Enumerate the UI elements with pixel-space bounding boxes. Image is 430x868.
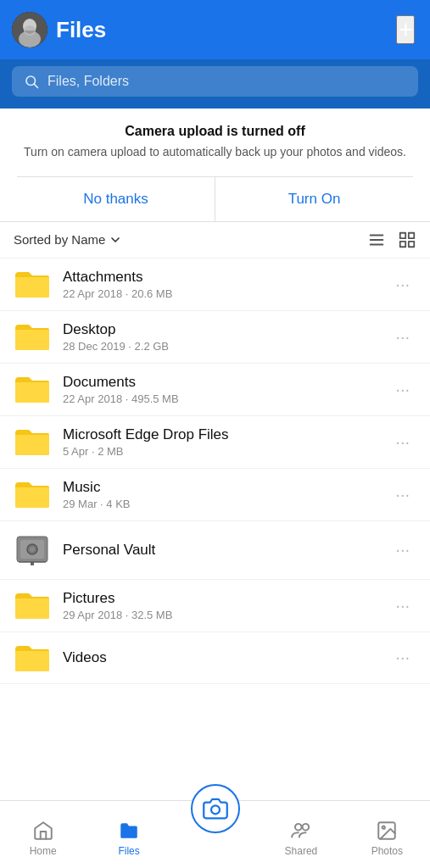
folder-icon bbox=[14, 269, 51, 299]
banner-description: Turn on camera upload to automatically b… bbox=[17, 144, 413, 161]
file-name: Microsoft Edge Drop Files bbox=[63, 426, 377, 443]
add-button[interactable]: + bbox=[396, 15, 415, 44]
more-options-button[interactable]: ··· bbox=[388, 481, 416, 508]
file-meta: 5 Apr · 2 MB bbox=[63, 445, 377, 458]
search-placeholder: Files, Folders bbox=[47, 74, 129, 89]
list-item[interactable]: Personal Vault ··· bbox=[0, 521, 430, 580]
camera-icon bbox=[203, 796, 228, 821]
file-meta: 29 Apr 2018 · 32.5 MB bbox=[63, 609, 377, 621]
more-options-button[interactable]: ··· bbox=[388, 593, 416, 619]
list-item[interactable]: Attachments 22 Apr 2018 · 20.6 MB ··· bbox=[0, 259, 430, 311]
svg-rect-17 bbox=[31, 562, 34, 565]
folder-icon bbox=[14, 426, 51, 457]
chevron-down-icon bbox=[109, 233, 122, 247]
nav-label-home: Home bbox=[30, 845, 57, 857]
file-info: Microsoft Edge Drop Files 5 Apr · 2 MB bbox=[63, 426, 377, 458]
file-meta: 28 Dec 2019 · 2.2 GB bbox=[63, 340, 377, 353]
more-options-button[interactable]: ··· bbox=[388, 644, 416, 670]
more-options-button[interactable]: ··· bbox=[388, 324, 416, 350]
sort-label[interactable]: Sorted by Name bbox=[14, 232, 122, 247]
app-header: Files + bbox=[0, 0, 430, 59]
shared-icon bbox=[290, 820, 312, 842]
file-info: Personal Vault bbox=[63, 542, 377, 559]
nav-item-shared[interactable]: Shared bbox=[258, 801, 343, 868]
svg-point-23 bbox=[383, 826, 385, 828]
view-toggle bbox=[367, 231, 416, 249]
search-icon bbox=[24, 74, 39, 89]
file-name: Music bbox=[63, 479, 377, 496]
list-item[interactable]: Pictures 29 Apr 2018 · 32.5 MB ··· bbox=[0, 580, 430, 632]
svg-rect-10 bbox=[409, 232, 414, 237]
file-info: Attachments 22 Apr 2018 · 20.6 MB bbox=[63, 269, 377, 300]
search-input-wrap[interactable]: Files, Folders bbox=[12, 66, 418, 97]
list-item[interactable]: Documents 22 Apr 2018 · 495.5 MB ··· bbox=[0, 364, 430, 416]
svg-line-5 bbox=[34, 84, 37, 87]
svg-rect-12 bbox=[409, 241, 414, 246]
file-list: Attachments 22 Apr 2018 · 20.6 MB ··· De… bbox=[0, 259, 430, 684]
files-icon bbox=[118, 820, 140, 842]
no-thanks-button[interactable]: No thanks bbox=[17, 177, 215, 221]
nav-label-photos: Photos bbox=[371, 845, 403, 857]
folder-icon bbox=[14, 321, 51, 352]
nav-item-photos[interactable]: Photos bbox=[344, 801, 430, 868]
list-item[interactable]: Microsoft Edge Drop Files 5 Apr · 2 MB ·… bbox=[0, 416, 430, 469]
photos-icon bbox=[376, 820, 398, 842]
file-meta: 29 Mar · 4 KB bbox=[63, 498, 377, 510]
file-info: Pictures 29 Apr 2018 · 32.5 MB bbox=[63, 590, 377, 621]
folder-icon bbox=[14, 643, 51, 673]
file-name: Personal Vault bbox=[63, 542, 377, 559]
file-info: Music 29 Mar · 4 KB bbox=[63, 479, 377, 510]
bottom-nav: Home Files Shared Ph bbox=[0, 800, 430, 868]
nav-label-files: Files bbox=[118, 845, 139, 857]
turn-on-button[interactable]: Turn On bbox=[215, 177, 413, 221]
file-name: Documents bbox=[63, 374, 377, 391]
page-title: Files bbox=[56, 17, 106, 43]
list-item[interactable]: Music 29 Mar · 4 KB ··· bbox=[0, 469, 430, 521]
file-name: Pictures bbox=[63, 590, 377, 607]
banner-title: Camera upload is turned off bbox=[17, 124, 413, 139]
svg-point-20 bbox=[295, 823, 302, 830]
more-options-button[interactable]: ··· bbox=[388, 429, 416, 455]
header-left: Files bbox=[12, 12, 106, 47]
folder-icon bbox=[14, 374, 51, 404]
file-meta: 22 Apr 2018 · 495.5 MB bbox=[63, 392, 377, 405]
banner-buttons: No thanks Turn On bbox=[17, 176, 413, 221]
file-name: Desktop bbox=[63, 321, 377, 338]
avatar[interactable] bbox=[12, 12, 47, 47]
file-meta: 22 Apr 2018 · 20.6 MB bbox=[63, 287, 377, 300]
file-info: Documents 22 Apr 2018 · 495.5 MB bbox=[63, 374, 377, 405]
nav-item-camera[interactable] bbox=[172, 801, 258, 868]
list-view-icon[interactable] bbox=[367, 231, 386, 249]
more-options-button[interactable]: ··· bbox=[388, 271, 416, 298]
file-info: Desktop 28 Dec 2019 · 2.2 GB bbox=[63, 321, 377, 353]
svg-point-19 bbox=[211, 805, 220, 814]
list-item[interactable]: Videos ··· bbox=[0, 632, 430, 684]
folder-icon bbox=[14, 590, 51, 620]
nav-label-shared: Shared bbox=[285, 845, 318, 857]
home-icon bbox=[32, 820, 54, 842]
svg-point-21 bbox=[303, 823, 310, 830]
file-name: Videos bbox=[63, 649, 377, 666]
sort-row: Sorted by Name bbox=[0, 222, 430, 259]
camera-upload-banner: Camera upload is turned off Turn on came… bbox=[0, 108, 430, 222]
nav-item-files[interactable]: Files bbox=[86, 801, 171, 868]
file-info: Videos bbox=[63, 649, 377, 666]
list-item[interactable]: Desktop 28 Dec 2019 · 2.2 GB ··· bbox=[0, 311, 430, 364]
camera-circle bbox=[191, 784, 240, 833]
sort-label-text: Sorted by Name bbox=[14, 232, 105, 247]
search-bar: Files, Folders bbox=[0, 59, 430, 108]
svg-rect-11 bbox=[400, 241, 405, 246]
grid-view-icon[interactable] bbox=[398, 231, 416, 249]
nav-item-home[interactable]: Home bbox=[0, 801, 86, 868]
svg-point-16 bbox=[30, 547, 35, 552]
more-options-button[interactable]: ··· bbox=[388, 376, 416, 403]
more-options-button[interactable]: ··· bbox=[388, 537, 416, 563]
folder-icon bbox=[14, 479, 51, 509]
vault-icon bbox=[14, 531, 51, 569]
file-name: Attachments bbox=[63, 269, 377, 286]
svg-rect-9 bbox=[400, 232, 405, 237]
